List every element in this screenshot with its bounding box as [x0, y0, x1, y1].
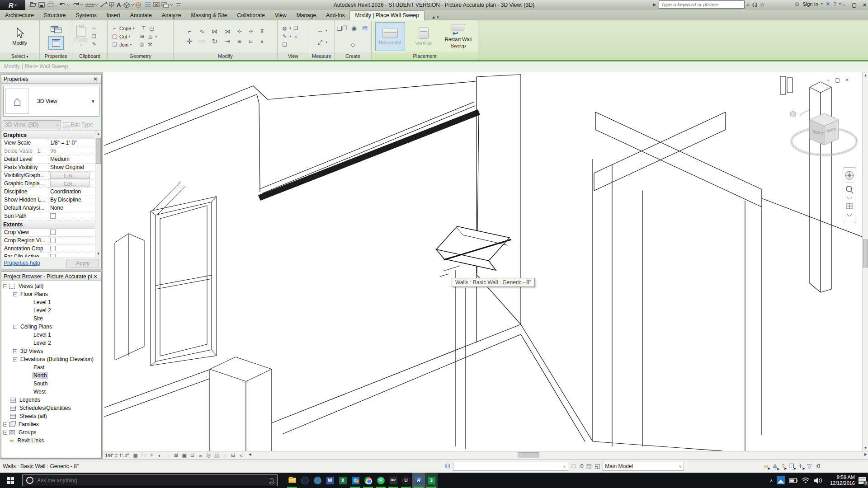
type-selector[interactable]: ⌂ 3D View ▼: [3, 86, 99, 117]
shadows-icon[interactable]: ◐: [156, 452, 164, 459]
create-assembly-icon[interactable]: ▤: [361, 24, 369, 32]
viewcube-home-icon[interactable]: [790, 111, 796, 116]
editable-only-icon[interactable]: ▤: [586, 463, 592, 469]
move-icon[interactable]: ✛: [185, 38, 193, 46]
taskbar-clock[interactable]: 9:59 AM 12/12/2016: [830, 474, 855, 486]
scroll-up-icon[interactable]: ▲: [863, 73, 868, 77]
default-3d-view-icon[interactable]: [124, 2, 134, 8]
visibility-edit-button[interactable]: Edit...: [50, 173, 90, 179]
hide-isolate-glasses-icon[interactable]: ∞: [197, 452, 204, 459]
hide-elements-lightbulb-icon[interactable]: ◍: [281, 25, 288, 32]
match-type-properties-icon[interactable]: ✎: [91, 41, 98, 47]
sun-path-checkbox[interactable]: [50, 213, 56, 219]
reveal-hidden-lightbulb-icon[interactable]: ◎: [205, 452, 212, 459]
delete-icon[interactable]: ×: [259, 38, 265, 45]
tab-modify-place-wall-sweep[interactable]: Modify | Place Wall Sweep: [349, 10, 424, 20]
text-icon[interactable]: A: [117, 1, 121, 8]
ribbon-collapse-button[interactable]: ▲ ▾: [429, 14, 442, 20]
instance-selector-combo[interactable]: 3D View: {3D} ∨: [3, 120, 61, 129]
minimize-button[interactable]: −: [842, 2, 845, 8]
scroll-up-icon[interactable]: ▲: [95, 131, 101, 137]
measure-tool-icon[interactable]: ↔: [316, 27, 324, 35]
property-row-show-hidden-lines[interactable]: Show Hidden L...By Discipline: [1, 196, 101, 204]
crop-region-checkbox[interactable]: [50, 238, 56, 243]
scroll-right-icon[interactable]: ▶: [864, 452, 867, 456]
property-row-crop-region-visible[interactable]: Crop Region Vi...: [1, 237, 101, 245]
property-row-discipline[interactable]: DisciplineCoordination: [1, 188, 101, 196]
sketchy-lines-icon[interactable]: ◌: [165, 452, 172, 459]
copy-icon[interactable]: ◌◌: [198, 38, 206, 46]
tab-structure[interactable]: Structure: [39, 11, 71, 20]
taskbar-excel[interactable]: X: [336, 473, 349, 488]
unjoin-geometry-icon[interactable]: ◬: [147, 33, 154, 40]
properties-palette-header[interactable]: Properties ✕: [1, 75, 101, 84]
unpin-icon[interactable]: ⊼: [259, 28, 265, 35]
scrollbar-thumb[interactable]: [863, 239, 868, 267]
drag-on-selection-icon[interactable]: ✛➤: [798, 463, 803, 469]
expand-node-icon[interactable]: +: [13, 349, 17, 353]
unlocked-view-icon[interactable]: ⊡: [189, 452, 196, 459]
scroll-left-icon[interactable]: ◀: [249, 452, 251, 456]
measure-icon[interactable]: [86, 4, 98, 6]
tab-insert[interactable]: Insert: [102, 11, 125, 20]
tree-item-legends[interactable]: Legends: [1, 396, 101, 404]
taskbar-revit-active[interactable]: R: [412, 473, 425, 488]
design-options-icon[interactable]: ◱: [594, 463, 600, 469]
wifi-icon[interactable]: [802, 478, 809, 483]
properties-toggle-button-active[interactable]: [48, 36, 64, 50]
tag-icon[interactable]: [109, 3, 114, 8]
paint-icon[interactable]: ⎙: [138, 41, 145, 48]
tree-item-schedules[interactable]: Schedules/Quantities: [1, 404, 101, 412]
taskbar-search-input[interactable]: [37, 477, 266, 483]
tab-add-ins[interactable]: Add-Ins: [321, 11, 349, 20]
volume-icon[interactable]: [814, 478, 822, 483]
redo-icon[interactable]: [73, 2, 83, 5]
tab-collaborate[interactable]: Collaborate: [232, 11, 270, 20]
help-dropdown-icon[interactable]: ▾: [839, 2, 841, 6]
crop-view-checkbox[interactable]: [50, 230, 56, 235]
mirror-pick-axis-icon[interactable]: ⋈: [211, 28, 219, 36]
infocenter-search-input[interactable]: [659, 0, 745, 9]
override-graphics-icon[interactable]: ❒: [292, 25, 299, 32]
taskbar-outlook[interactable]: O: [349, 473, 362, 488]
print-icon[interactable]: [48, 2, 57, 7]
cut-geometry-extra-icon[interactable]: ⊤: [140, 25, 147, 32]
apply-button[interactable]: Apply: [66, 259, 99, 267]
sun-path-icon[interactable]: ☀: [148, 452, 156, 459]
tree-item-site[interactable]: Site: [1, 314, 101, 323]
aligned-dimension-tool-icon[interactable]: ⤢: [316, 38, 324, 47]
collapse-node-icon[interactable]: −: [13, 357, 17, 361]
annotation-crop-checkbox[interactable]: [50, 246, 56, 251]
far-clip-checkbox[interactable]: [50, 254, 56, 257]
view-restore-icon[interactable]: ▢: [835, 77, 840, 83]
worksets-icon[interactable]: ⛁: [445, 463, 450, 469]
linework-icon[interactable]: ✎: [281, 33, 288, 40]
tab-systems[interactable]: Systems: [71, 11, 102, 20]
tab-massing-site[interactable]: Massing & Site: [186, 11, 232, 20]
section-icon[interactable]: [136, 3, 141, 8]
tree-item-3d-views[interactable]: + 3D Views: [1, 347, 101, 355]
active-design-option-dropdown[interactable]: Main Model ∨: [603, 462, 684, 471]
tree-item-level-2[interactable]: Level 2: [1, 306, 101, 314]
aligned-dimension-icon[interactable]: [100, 2, 107, 7]
property-row-parts-visibility[interactable]: Parts VisibilityShow Original: [1, 164, 101, 172]
select-pinned-icon[interactable]: ⊺➤: [782, 463, 785, 469]
reveal-constraints-icon[interactable]: ⊟: [230, 452, 237, 459]
taskbar-chrome[interactable]: [362, 473, 374, 488]
project-browser-header[interactable]: Project Browser - Picture Accurate pl...…: [1, 272, 101, 281]
properties-help-link[interactable]: Properties help: [4, 260, 40, 266]
displace-elements-icon[interactable]: ❑: [281, 41, 288, 48]
infocenter-toggle-icon[interactable]: ▶: [653, 2, 656, 7]
tab-manage[interactable]: Manage: [292, 11, 321, 20]
sign-in-dropdown-icon[interactable]: ▾: [821, 2, 823, 6]
zoom-icon[interactable]: [846, 186, 853, 193]
taskbar-epic-games[interactable]: EPIC: [387, 473, 400, 488]
vertical-scrollbar[interactable]: ▲ ▼: [862, 72, 868, 451]
view-close-icon[interactable]: ×: [845, 77, 849, 83]
navigation-wheel-icon[interactable]: [845, 171, 854, 179]
graphic-display-edit-button[interactable]: Edit...: [50, 181, 90, 187]
tree-item-groups[interactable]: + Groups: [1, 428, 101, 436]
property-row-visibility-graphics[interactable]: Visibility/Graph... Edit...: [1, 172, 101, 180]
help-icon[interactable]: ?: [833, 0, 836, 7]
properties-palette-button[interactable]: [48, 23, 64, 35]
